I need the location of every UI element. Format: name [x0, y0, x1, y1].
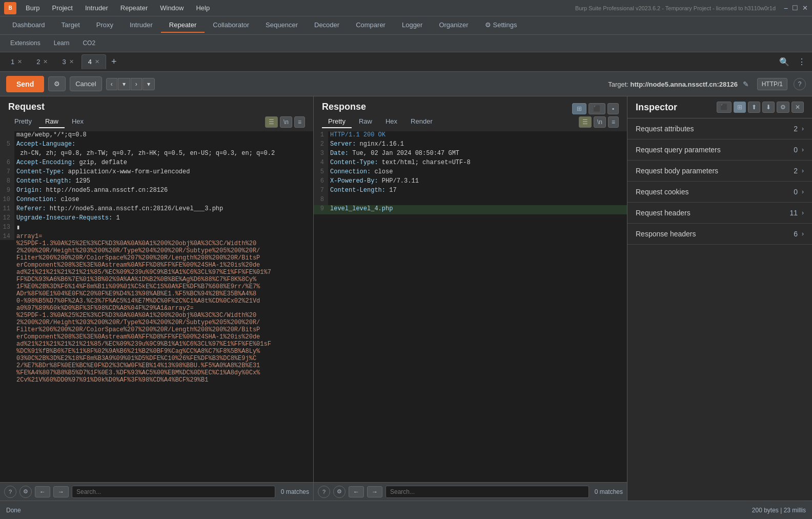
search-tab-btn[interactable]: 🔍: [777, 55, 791, 69]
rep-tab-1-label: 1: [11, 58, 14, 66]
menu-repeater[interactable]: Repeater: [115, 2, 153, 14]
menu-window[interactable]: Window: [155, 2, 189, 14]
tab-decoder[interactable]: Decoder: [306, 18, 348, 33]
code-line: 10 Connection: close: [0, 196, 313, 205]
tab-extensions[interactable]: Extensions: [4, 37, 47, 50]
insp-icon-1[interactable]: ⬛: [717, 102, 732, 113]
resp-search-prev[interactable]: ←: [349, 486, 364, 497]
maximize-btn[interactable]: ☐: [792, 4, 798, 12]
tab-co2[interactable]: CO2: [76, 37, 102, 50]
insp-icon-3[interactable]: ⬆: [748, 102, 760, 113]
insp-settings-icon[interactable]: ⚙: [777, 102, 789, 113]
rep-tab-3-label: 3: [62, 58, 66, 66]
tab-intruder[interactable]: Intruder: [121, 18, 161, 33]
rep-tab-1-close[interactable]: ✕: [17, 58, 22, 65]
req-tab-raw[interactable]: Raw: [39, 115, 65, 128]
response-search-input[interactable]: [385, 486, 589, 498]
insp-icon-2[interactable]: ⊞: [734, 102, 746, 113]
edit-target-icon[interactable]: ✎: [743, 80, 749, 88]
tab-proxy[interactable]: Proxy: [88, 18, 121, 33]
resp-search-next[interactable]: →: [367, 486, 382, 497]
req-tab-hex[interactable]: Hex: [66, 115, 90, 128]
resp-doc-icon[interactable]: ☰: [579, 116, 592, 128]
more-options-btn[interactable]: ⋮: [796, 55, 808, 69]
resp-wrap-icon[interactable]: \n: [594, 116, 606, 128]
resp-tab-hex[interactable]: Hex: [379, 115, 403, 128]
resp-search-settings[interactable]: ⚙: [333, 486, 346, 498]
prev-dropdown[interactable]: ▾: [118, 78, 130, 90]
rep-tab-4-close[interactable]: ✕: [95, 58, 99, 65]
rep-tab-4[interactable]: 4 ✕: [82, 54, 106, 69]
send-button[interactable]: Send: [6, 76, 44, 92]
menu-project[interactable]: Project: [47, 2, 77, 14]
menu-help[interactable]: Help: [191, 2, 215, 14]
minimize-btn[interactable]: ‒: [784, 4, 788, 12]
next-dropdown[interactable]: ▾: [143, 78, 155, 90]
rep-tab-2-close[interactable]: ✕: [43, 58, 48, 65]
resp-view-split[interactable]: ⊞: [572, 103, 586, 114]
inspector-row-body-params[interactable]: Request body parameters 2 ›: [627, 161, 812, 182]
rep-tab-3-close[interactable]: ✕: [69, 58, 74, 65]
code-line: 12 Upgrade-Insecure-Requests: 1: [0, 214, 313, 224]
code-line: 1 HTTP/1.1 200 OK: [314, 131, 627, 141]
tab-learn[interactable]: Learn: [48, 37, 76, 50]
menu-intruder[interactable]: Intruder: [80, 2, 113, 14]
inspector-title: Inspector: [636, 102, 717, 113]
menu-bar: B Burp Project Intruder Repeater Window …: [0, 0, 812, 16]
request-search-bar: ? ⚙ ← → 0 matches: [0, 482, 313, 501]
req-wrap-icon[interactable]: \n: [280, 116, 292, 128]
req-tab-pretty[interactable]: Pretty: [8, 115, 38, 128]
resp-view-horizontal[interactable]: ⬛: [588, 103, 605, 114]
req-search-prev[interactable]: ←: [35, 486, 50, 497]
rep-tab-3[interactable]: 3 ✕: [55, 54, 80, 69]
tab-settings[interactable]: ⚙ Settings: [477, 18, 525, 33]
request-search-input[interactable]: [72, 486, 275, 498]
add-tab-btn[interactable]: +: [107, 54, 121, 69]
settings-btn[interactable]: ⚙: [48, 76, 66, 91]
tab-repeater[interactable]: Repeater: [161, 18, 205, 33]
next-btn[interactable]: ›: [131, 78, 142, 90]
tab-logger[interactable]: Logger: [394, 18, 431, 33]
req-search-next[interactable]: →: [53, 486, 69, 497]
resp-search-help[interactable]: ?: [318, 486, 330, 498]
resp-view-vertical[interactable]: ▪: [607, 103, 619, 114]
insp-icon-4[interactable]: ⬇: [762, 102, 775, 113]
resp-tab-raw[interactable]: Raw: [353, 115, 378, 128]
req-search-help[interactable]: ?: [4, 486, 16, 498]
inspector-row-cookies[interactable]: Request cookies 0 ›: [627, 182, 812, 203]
http-version[interactable]: HTTP/1: [757, 78, 787, 90]
target-label-text: Target:: [608, 81, 630, 88]
request-code-area[interactable]: mage/webp,*/*;q=0.8 5 Accept-Language: z…: [0, 131, 313, 482]
menu-burp[interactable]: Burp: [21, 2, 45, 14]
tab-sequencer[interactable]: Sequencer: [257, 18, 306, 33]
tab-organizer[interactable]: Organizer: [431, 18, 476, 33]
request-tabs: Pretty Raw Hex: [8, 115, 90, 128]
tab-target[interactable]: Target: [53, 18, 88, 33]
resp-more-icon[interactable]: ≡: [608, 116, 619, 128]
tab-comparer[interactable]: Comparer: [348, 18, 394, 33]
cancel-button[interactable]: Cancel: [70, 76, 102, 91]
help-icon-btn[interactable]: ?: [794, 78, 806, 90]
tab-dashboard[interactable]: Dashboard: [4, 18, 53, 33]
rep-tab-4-label: 4: [88, 58, 92, 66]
code-line: 8 Content-Length: 1295: [0, 177, 313, 187]
rep-tab-1[interactable]: 1 ✕: [4, 54, 29, 69]
chevron-down-icon: ›: [802, 125, 804, 132]
inspector-row-request-attributes[interactable]: Request attributes 2 ›: [627, 118, 812, 139]
req-search-settings[interactable]: ⚙: [19, 486, 32, 498]
close-btn[interactable]: ✕: [802, 4, 808, 12]
rep-tab-2[interactable]: 2 ✕: [30, 54, 54, 69]
inspector-body: Request attributes 2 › Request query par…: [627, 118, 812, 501]
response-code-area[interactable]: 1 HTTP/1.1 200 OK 2 Server: nginx/1.16.1…: [314, 131, 627, 482]
target-label: Target: http://node5.anna.nssctf.cn:2812…: [608, 80, 748, 88]
resp-tab-pretty[interactable]: Pretty: [322, 115, 352, 128]
inspector-row-resp-headers[interactable]: Response headers 6 ›: [627, 224, 812, 245]
req-doc-icon[interactable]: ☰: [265, 116, 278, 128]
insp-close-icon[interactable]: ✕: [791, 102, 804, 113]
inspector-row-req-headers[interactable]: Request headers 11 ›: [627, 203, 812, 224]
inspector-row-query-params[interactable]: Request query parameters 0 ›: [627, 139, 812, 161]
prev-btn[interactable]: ‹: [106, 78, 117, 90]
tab-collaborator[interactable]: Collaborator: [205, 18, 257, 33]
resp-tab-render[interactable]: Render: [404, 115, 439, 128]
req-more-icon[interactable]: ≡: [294, 116, 305, 128]
